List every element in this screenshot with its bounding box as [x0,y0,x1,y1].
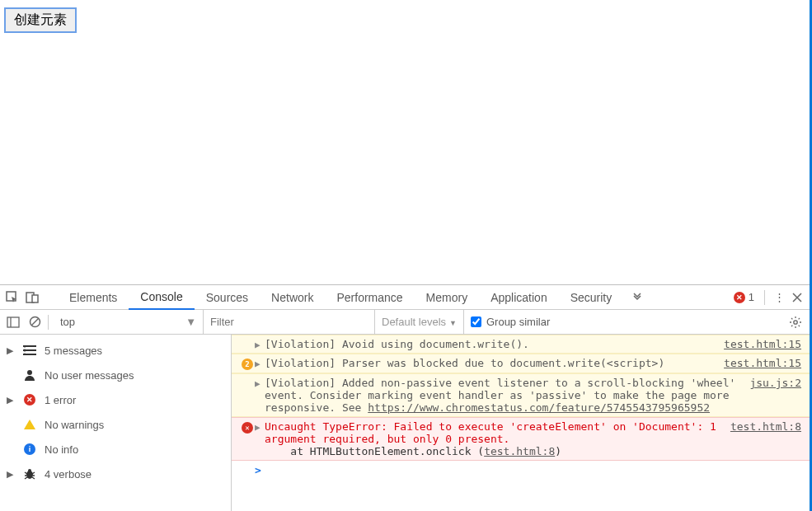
messages-icon [23,345,36,355]
svg-line-18 [32,472,35,474]
sidebar-label: No info [45,443,78,456]
expand-icon: ▶ [7,345,15,356]
tab-performance[interactable]: Performance [325,285,414,309]
tab-console[interactable]: Console [129,285,194,310]
context-dropdown[interactable]: top ▼ [54,310,204,334]
sidebar-label: 4 verbose [45,468,92,481]
svg-point-13 [24,354,26,356]
source-link[interactable]: test.html:15 [724,338,801,350]
tabs: Elements Console Sources Network Perform… [58,285,623,309]
svg-point-11 [24,345,26,348]
svg-line-22 [32,477,35,479]
console-body: ▶ 5 messages No user messages ▶ ✕ 1 erro… [0,335,810,511]
group-similar: Group similar [464,316,556,328]
svg-line-6 [31,319,38,326]
tab-memory[interactable]: Memory [415,285,480,309]
sidebar-label: No user messages [45,369,134,382]
sidebar-item-verbose[interactable]: ▶ 4 verbose [0,462,231,486]
sidebar-item-user-messages[interactable]: No user messages [0,363,231,387]
devtools-tabs-bar: Elements Console Sources Network Perform… [0,285,810,310]
message-text: [Violation] Parser was blocked due to do… [265,357,717,369]
group-similar-checkbox[interactable] [471,316,481,327]
message-text: [Violation] Added non-passive event list… [265,377,743,414]
create-element-button[interactable]: 创建元素 [5,8,76,32]
more-tabs-icon[interactable] [628,288,646,307]
source-link[interactable]: test.html:15 [724,357,801,369]
info-icon: i [23,443,36,455]
console-messages[interactable]: ▶ [Violation] Avoid using document.write… [232,335,810,511]
kebab-menu-icon[interactable]: ⋮ [770,288,788,307]
svg-rect-3 [7,317,19,327]
filter-input[interactable] [210,316,368,328]
message-text: [Violation] Avoid using document.write()… [265,338,717,350]
message-text: Uncaught TypeError: Failed to execute 'c… [265,420,724,457]
log-levels-dropdown[interactable]: Default levels [375,310,464,334]
console-sidebar: ▶ 5 messages No user messages ▶ ✕ 1 erro… [0,335,232,511]
sidebar-item-info[interactable]: i No info [0,437,231,462]
bug-icon [23,467,36,481]
svg-line-21 [25,477,27,479]
tab-application[interactable]: Application [479,285,559,309]
close-devtools-icon[interactable] [788,288,806,307]
svg-point-16 [28,469,31,472]
console-prompt[interactable]: > [232,461,810,480]
console-settings-icon[interactable] [785,316,806,329]
expand-icon: ▶ [255,357,265,369]
separator [48,315,49,330]
svg-point-12 [24,349,26,352]
tab-elements[interactable]: Elements [58,285,129,309]
inspect-element-icon[interactable] [3,288,21,307]
svg-point-14 [27,370,32,375]
separator [764,290,765,305]
error-icon: ✕ [23,394,36,406]
sidebar-label: 5 messages [45,345,102,357]
sidebar-label: 1 error [45,394,76,406]
console-message-error[interactable]: ✕ ▶ Uncaught TypeError: Failed to execut… [232,417,810,461]
prompt-chevron-icon: > [255,464,261,476]
svg-point-7 [794,320,797,323]
levels-label: Default levels [382,316,446,328]
error-icon: ✕ [734,292,745,303]
error-count: 1 [749,291,754,303]
expand-icon: ▶ [255,338,265,350]
source-link[interactable]: jsu.js:2 [749,377,801,389]
expand-icon: ▶ [255,420,265,433]
caret-down-icon [446,316,457,328]
console-message[interactable]: ▶ [Violation] Added non-passive event li… [232,373,810,417]
console-message[interactable]: 2 ▶ [Violation] Parser was blocked due t… [232,354,810,373]
sidebar-item-warnings[interactable]: No warnings [0,412,231,437]
tab-security[interactable]: Security [559,285,624,309]
console-message[interactable]: ▶ [Violation] Avoid using document.write… [232,335,810,354]
expand-icon: ▶ [255,377,265,389]
page-viewport: 创建元素 [0,0,810,284]
sidebar-label: No warnings [45,419,104,431]
inline-link[interactable]: https://www.chromestatus.com/feature/574… [368,401,710,414]
expand-icon: ▶ [7,469,15,480]
toggle-sidebar-icon[interactable] [3,312,23,332]
repeat-badge: 2 [242,359,253,370]
group-similar-label: Group similar [486,316,550,328]
error-icon: ✕ [242,422,253,434]
filter-wrap [204,310,375,334]
stack-link[interactable]: test.html:8 [484,445,555,457]
device-toolbar-icon[interactable] [23,288,41,307]
devtools-panel: Elements Console Sources Network Perform… [0,284,810,511]
console-toolbar: top ▼ Default levels Group similar [0,310,810,335]
warning-icon [23,420,36,429]
tab-sources[interactable]: Sources [195,285,260,309]
caret-down-icon: ▼ [185,316,196,328]
tab-network[interactable]: Network [260,285,325,309]
svg-rect-2 [32,295,38,302]
source-link[interactable]: test.html:8 [730,420,801,433]
svg-line-17 [25,472,27,474]
sidebar-item-messages[interactable]: ▶ 5 messages [0,338,231,363]
error-count-badge[interactable]: ✕ 1 [734,291,754,303]
sidebar-item-errors[interactable]: ▶ ✕ 1 error [0,387,231,412]
context-value: top [60,316,75,328]
expand-icon: ▶ [7,395,15,406]
clear-console-icon[interactable] [25,312,45,332]
user-icon [23,368,36,382]
